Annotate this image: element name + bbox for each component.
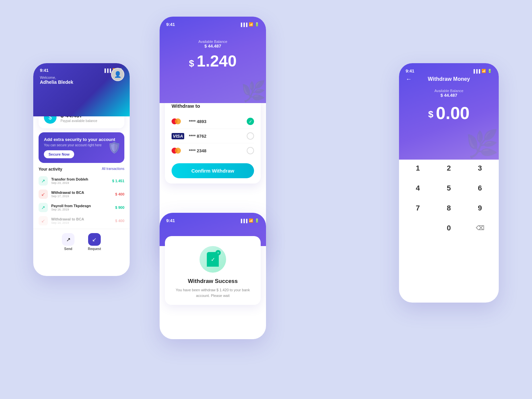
card-number: **** 8762 bbox=[189, 134, 243, 139]
radio-selected[interactable]: ✓ bbox=[247, 118, 254, 125]
mc-yellow-circle bbox=[175, 148, 181, 154]
tx-date: Sep 17, 2019 bbox=[51, 195, 112, 198]
radio-unselected[interactable] bbox=[247, 132, 254, 140]
activity-header: Your activity All transactions bbox=[33, 167, 130, 174]
income-icon: ↗ bbox=[39, 203, 48, 212]
tx-name: Withdrawal to BCA bbox=[51, 217, 112, 221]
numpad-key-5[interactable]: 5 bbox=[433, 178, 464, 198]
signal-icon: ▐▐▐ bbox=[240, 23, 247, 27]
success-desc: You have been withdraw $ 1.420 to your b… bbox=[172, 287, 254, 298]
numpad-key-1[interactable]: 1 bbox=[402, 158, 433, 178]
tx-date: Sep 14, 2019 bbox=[51, 221, 112, 224]
tx-date: Sep 16, 2019 bbox=[51, 208, 112, 211]
transaction-list: ↗ Transfer from Dobleh Sep 23, 2019 $ 1.… bbox=[33, 174, 130, 227]
dollar-sign: $ bbox=[428, 109, 436, 119]
confirm-withdraw-button[interactable]: Confirm Withdraw bbox=[172, 163, 254, 178]
signal-icon: ▐▐▐ bbox=[472, 69, 480, 73]
send-label: Send bbox=[64, 247, 72, 251]
page-title: Withdraw Money bbox=[428, 76, 470, 82]
tx-name: Withdrawal to BCA bbox=[51, 191, 112, 195]
payment-option-3[interactable]: **** 2348 bbox=[172, 143, 254, 158]
request-label: Request bbox=[88, 247, 101, 251]
phone-dashboard: 9:41 ▐▐▐ 📶 🔋 Welcome, Adhelia Bledek 👤 $… bbox=[33, 63, 130, 276]
mc-yellow-circle bbox=[175, 118, 181, 124]
leaf-decoration: 🌿 bbox=[466, 128, 499, 160]
tx-name: Payroll from Tkpdesgn bbox=[51, 204, 112, 208]
mastercard-logo bbox=[172, 147, 185, 155]
avatar: 👤 bbox=[111, 68, 124, 81]
tx-info: Withdrawal to BCA Sep 17, 2019 bbox=[51, 191, 112, 198]
numpad-header: 9:41 ▐▐▐ 📶 🔋 ← Withdraw Money Available … bbox=[399, 63, 499, 160]
withdraw-to-title: Withdraw to bbox=[172, 103, 254, 109]
tx-info: Payroll from Tkpdesgn Sep 16, 2019 bbox=[51, 204, 112, 211]
payment-option-2[interactable]: VISA **** 8762 bbox=[172, 129, 254, 143]
available-label: Available Balance bbox=[406, 89, 492, 93]
table-row: ↙ Withdrawal to BCA Sep 14, 2019 $ 400 bbox=[33, 214, 130, 227]
all-transactions-link[interactable]: All transactions bbox=[102, 167, 124, 172]
expense-icon: ↙ bbox=[39, 216, 48, 225]
status-bar: 9:41 ▐▐▐ 📶 🔋 bbox=[166, 218, 259, 223]
numpad-key-0[interactable]: 0 bbox=[433, 218, 464, 238]
time: 9:41 bbox=[166, 218, 175, 223]
available-amount: $ 44.487 bbox=[406, 93, 492, 98]
time: 9:41 bbox=[40, 68, 49, 73]
back-arrow-icon[interactable]: ← bbox=[406, 76, 412, 83]
status-bar: 9:41 ▐▐▐ 📶 🔋 bbox=[40, 68, 123, 73]
numpad-key-7[interactable]: 7 bbox=[402, 198, 433, 218]
status-icons: ▐▐▐ 📶 🔋 bbox=[240, 218, 259, 223]
activity-title: Your activity bbox=[39, 167, 62, 172]
tx-amount: $ 1.451 bbox=[112, 179, 124, 183]
expense-icon: ↙ bbox=[39, 190, 48, 199]
dot-icon: • bbox=[215, 250, 221, 255]
tx-amount: $ 900 bbox=[115, 205, 124, 209]
tx-info: Withdrawal to BCA Sep 14, 2019 bbox=[51, 217, 112, 224]
send-button[interactable]: ↗ Send bbox=[62, 233, 74, 251]
table-row: ↗ Transfer from Dobleh Sep 23, 2019 $ 1.… bbox=[33, 174, 130, 188]
available-label: Available Balance bbox=[198, 40, 227, 44]
status-icons: ▐▐▐ 📶 🔋 bbox=[472, 69, 492, 73]
request-button[interactable]: ↙ Request bbox=[88, 233, 101, 251]
visa-logo-wrap: VISA bbox=[172, 133, 185, 139]
numpad-key-9[interactable]: 9 bbox=[465, 198, 495, 218]
time: 9:41 bbox=[166, 22, 175, 27]
balance-label: Paypal available balance bbox=[61, 119, 97, 123]
status-bar: 9:41 ▐▐▐ 📶 🔋 bbox=[166, 22, 259, 27]
numpad-card: 1 2 3 4 5 6 7 8 9 0 ⌫ bbox=[399, 153, 499, 243]
withdraw-to-card: Withdraw to **** 4893 ✓ VISA **** 8762 bbox=[165, 96, 261, 184]
leaf-decoration: 🌿 bbox=[241, 79, 266, 103]
numpad-key-3[interactable]: 3 bbox=[465, 158, 495, 178]
success-title: Withdraw Success bbox=[172, 278, 254, 285]
wifi-icon: 📶 bbox=[249, 218, 253, 223]
radio-unselected[interactable] bbox=[247, 147, 254, 154]
wifi-icon: 📶 bbox=[481, 69, 486, 73]
security-icon: 🛡️ bbox=[108, 141, 121, 154]
numpad-key-4[interactable]: 4 bbox=[402, 178, 433, 198]
numpad-key-2[interactable]: 2 bbox=[433, 158, 464, 178]
tx-info: Transfer from Dobleh Sep 23, 2019 bbox=[51, 177, 109, 185]
numpad-key-6[interactable]: 6 bbox=[465, 178, 495, 198]
table-row: ↙ Withdrawal to BCA Sep 17, 2019 $ 400 bbox=[33, 188, 130, 201]
card-number: **** 4893 bbox=[189, 119, 243, 124]
dollar-sign: $ bbox=[189, 58, 197, 68]
numpad-grid: 1 2 3 4 5 6 7 8 9 0 ⌫ bbox=[402, 158, 495, 238]
payment-option-1[interactable]: **** 4893 ✓ bbox=[172, 114, 254, 129]
time: 9:41 bbox=[406, 68, 414, 73]
income-icon: ↗ bbox=[39, 176, 48, 186]
phone-numpad: 9:41 ▐▐▐ 📶 🔋 ← Withdraw Money Available … bbox=[399, 63, 499, 303]
visa-logo: VISA bbox=[172, 133, 184, 139]
request-icon: ↙ bbox=[88, 233, 101, 246]
numpad-delete-key[interactable]: ⌫ bbox=[465, 218, 495, 238]
tx-date: Sep 23, 2019 bbox=[51, 181, 109, 185]
battery-icon: 🔋 bbox=[255, 218, 259, 223]
table-row: ↗ Payroll from Tkpdesgn Sep 16, 2019 $ 9… bbox=[33, 201, 130, 214]
phone-withdraw-success: 9:41 ▐▐▐ 📶 🔋 ✓ • Withdraw Success You ha… bbox=[160, 213, 266, 339]
numpad-key-8[interactable]: 8 bbox=[433, 198, 464, 218]
withdraw-amount: $ 1.240 bbox=[189, 52, 236, 70]
send-icon: ↗ bbox=[62, 233, 74, 246]
tx-name: Transfer from Dobleh bbox=[51, 177, 109, 181]
numpad-key-empty bbox=[402, 218, 433, 238]
dashboard-header: 9:41 ▐▐▐ 📶 🔋 Welcome, Adhelia Bledek 👤 bbox=[33, 63, 130, 116]
battery-icon: 🔋 bbox=[255, 22, 259, 27]
available-amount: $ 44.487 bbox=[204, 44, 221, 49]
secure-now-button[interactable]: Secure Now bbox=[44, 150, 74, 158]
